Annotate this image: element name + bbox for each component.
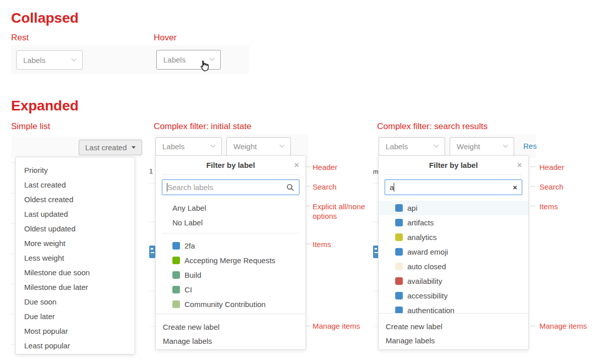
label-item-name: CI [185, 285, 192, 294]
panel-header: Filter by label × [379, 156, 528, 174]
sort-option-item[interactable]: Most popular [16, 324, 135, 338]
panel-header: Filter by label × [156, 156, 305, 174]
label-item[interactable]: api [379, 201, 528, 215]
label-item[interactable]: Build [156, 268, 305, 282]
background-line [149, 326, 155, 327]
labels-dropdown-rest[interactable]: Labels [16, 50, 83, 70]
background-line [11, 314, 15, 315]
hand-pointer-cursor-icon [199, 59, 210, 73]
annotation-leader-line [306, 206, 311, 206]
all-none-option-item[interactable]: Any Label [156, 201, 305, 215]
chevron-down-icon [72, 56, 77, 61]
background-line [373, 326, 378, 327]
label-item[interactable]: 2fa [156, 238, 305, 253]
close-icon[interactable]: × [517, 156, 522, 174]
background-line [373, 222, 378, 222]
label-item[interactable]: award emoji [379, 245, 528, 259]
complex-search-label: Complex filter: search results [377, 122, 487, 132]
weight-filter-dropdown[interactable]: Weight [450, 137, 514, 156]
label-item[interactable]: analytics [379, 230, 528, 245]
complex-initial-label: Complex filter: initial state [154, 122, 252, 132]
label-item-name: api [407, 204, 417, 212]
sort-option-item[interactable]: More weight [16, 236, 135, 251]
sort-option-item[interactable]: Least popular [16, 338, 135, 353]
annotation-items: Items [539, 202, 558, 211]
labels-dropdown-label: Labels [23, 56, 45, 65]
label-item-name: authentication [407, 306, 454, 313]
annotation-leader-line [306, 326, 311, 326]
sort-option-item[interactable]: Milestone due soon [16, 265, 135, 280]
label-item[interactable]: auto closed [379, 259, 528, 274]
sort-option-item[interactable]: Less weight [16, 251, 135, 265]
annotation-all-none: Explicit all/none options [313, 202, 368, 221]
labels-filter-dropdown[interactable]: Labels [155, 137, 222, 156]
reset-link[interactable]: Res [523, 142, 537, 150]
manage-labels-item[interactable]: Manage labels [379, 334, 528, 348]
clear-search-icon[interactable]: × [513, 183, 517, 192]
background-text-fragment: m [373, 168, 378, 175]
label-color-chip [395, 292, 403, 299]
annotation-search: Search [539, 182, 564, 192]
background-line [11, 162, 15, 163]
chevron-down-icon [503, 143, 508, 148]
label-color-chip [395, 233, 403, 241]
label-item-name: award emoji [407, 248, 448, 256]
sort-option-item[interactable]: Priority [16, 163, 135, 177]
label-item[interactable]: Accepting Merge Requests [156, 253, 305, 268]
label-item-name: Community Contribution [185, 300, 266, 309]
background-line [149, 291, 155, 291]
create-new-label-item[interactable]: Create new label [156, 320, 305, 334]
search-input-value: a [390, 183, 394, 192]
sort-option-item[interactable]: Due soon [16, 294, 135, 309]
chevron-down-icon [434, 143, 439, 148]
label-color-chip [172, 286, 180, 293]
label-item[interactable]: artifacts [379, 215, 528, 230]
search-placeholder: Search labels [167, 183, 213, 192]
manage-labels-item[interactable]: Manage labels [156, 334, 305, 348]
create-new-label-item[interactable]: Create new label [379, 320, 528, 334]
hover-state-label: Hover [154, 33, 176, 43]
annotation-manage-items: Manage items [313, 321, 360, 331]
search-icon [286, 184, 294, 192]
label-item[interactable]: accessibility [379, 288, 528, 303]
rest-state-label: Rest [11, 33, 29, 43]
label-item[interactable]: availability [379, 274, 528, 288]
label-search-input[interactable]: Search labels [162, 179, 299, 195]
sort-option-item[interactable]: Oldest updated [16, 221, 135, 236]
annotation-header: Header [539, 162, 564, 172]
label-item[interactable]: authentication [379, 303, 528, 313]
label-item[interactable]: Community Contribution [156, 297, 305, 312]
weight-filter-dropdown[interactable]: Weight [226, 137, 291, 156]
labels-dropdown-label: Labels [162, 142, 185, 151]
label-item-name: Accepting Merge Requests [185, 256, 275, 265]
labels-filter-dropdown[interactable]: Labels [379, 137, 445, 156]
design-spec-page: Collapsed Rest Hover Labels Labels Expan… [0, 0, 614, 364]
sort-dropdown-button[interactable]: Last created [79, 140, 142, 155]
sort-option-item[interactable]: Due later [16, 309, 135, 324]
labels-dropdown-hover[interactable]: Labels [156, 50, 221, 70]
divider [385, 174, 522, 175]
background-text-fragment: 1 [149, 167, 155, 175]
label-color-chip [395, 277, 403, 285]
close-icon[interactable]: × [294, 156, 299, 174]
panel-title: Filter by label [429, 161, 478, 169]
panel-title: Filter by label [206, 161, 255, 169]
label-color-chip [172, 300, 180, 308]
label-search-input[interactable]: a × [385, 179, 522, 195]
sort-option-item[interactable]: Oldest created [16, 192, 135, 207]
sort-option-item[interactable]: Last updated [16, 207, 135, 221]
all-none-option-item[interactable]: No Label [156, 215, 305, 230]
label-color-chip [395, 248, 403, 256]
label-item-name: availability [407, 277, 442, 285]
sort-option-item[interactable]: Last created [16, 177, 135, 192]
chevron-down-icon [211, 143, 216, 148]
annotation-leader-line [306, 186, 311, 187]
annotation-search: Search [313, 182, 337, 192]
label-item-name: auto closed [407, 262, 446, 271]
label-item[interactable]: CI [156, 282, 305, 297]
label-item-name: 2fa [185, 241, 195, 250]
label-item-name: artifacts [407, 218, 434, 227]
sort-option-item[interactable]: Milestone due later [16, 280, 135, 294]
annotation-leader-line [530, 326, 535, 326]
background-line [149, 222, 155, 222]
